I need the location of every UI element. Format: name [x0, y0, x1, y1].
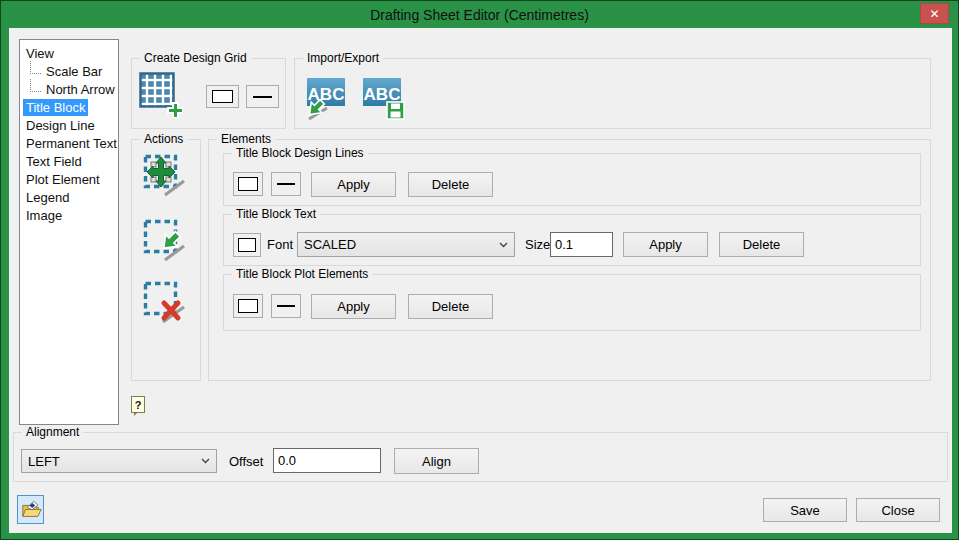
text-color-swatch-button[interactable] [233, 233, 261, 257]
open-folder-icon [20, 499, 42, 521]
tree-item-view[interactable]: View [20, 44, 118, 62]
dialog-body: ViewScale BarNorth ArrowTitle BlockDesig… [9, 28, 952, 533]
tree-item-design-line[interactable]: Design Line [20, 116, 118, 134]
font-select[interactable]: SCALED [297, 232, 515, 257]
save-button[interactable]: Save [763, 498, 847, 522]
tree-item-label: Legend [23, 189, 72, 206]
alignment-label: Alignment [22, 425, 83, 439]
help-icon: ? [135, 399, 142, 411]
close-button[interactable]: ✕ [920, 3, 949, 24]
title-block-text-label: Title Block Text [232, 207, 320, 221]
tree-item-legend[interactable]: Legend [20, 188, 118, 206]
tree-branch-line [30, 61, 41, 74]
line-style-icon [277, 183, 294, 185]
tree-item-label: Design Line [23, 117, 98, 134]
tree-item-title-block[interactable]: Title Block [20, 98, 118, 116]
move-arrows-icon [143, 154, 187, 198]
create-design-grid-button[interactable] [139, 72, 183, 118]
select-elements-button[interactable] [143, 219, 187, 263]
tree-item-image[interactable]: Image [20, 206, 118, 224]
tree-item-north-arrow[interactable]: North Arrow [20, 80, 118, 98]
align-button[interactable]: Align [394, 448, 479, 474]
font-label: Font [267, 237, 293, 252]
delete-elements-button[interactable] [143, 281, 187, 325]
actions-label: Actions [140, 132, 187, 146]
color-swatch [238, 238, 256, 252]
tree-branch-line [30, 79, 41, 92]
design-lines-color-swatch-button[interactable] [233, 172, 263, 196]
design-lines-delete-button[interactable]: Delete [408, 172, 493, 197]
chevron-down-icon [499, 242, 508, 248]
color-swatch [212, 90, 234, 103]
elements-label: Elements [217, 132, 275, 146]
grid-line-style-button[interactable] [246, 85, 279, 108]
grid-color-swatch-button[interactable] [206, 85, 239, 108]
plot-elements-delete-button[interactable]: Delete [408, 294, 493, 319]
svg-text:ABC: ABC [364, 85, 401, 104]
tree-item-permanent-text[interactable]: Permanent Text [20, 134, 118, 152]
size-input[interactable] [550, 232, 613, 257]
plot-elements-line-style-button[interactable] [271, 294, 301, 318]
title-bar[interactable]: Drafting Sheet Editor (Centimetres) ✕ [1, 1, 958, 28]
plot-elements-apply-button[interactable]: Apply [311, 294, 396, 319]
design-lines-apply-button[interactable]: Apply [311, 172, 396, 197]
text-delete-button[interactable]: Delete [719, 232, 804, 257]
design-lines-style-button[interactable] [271, 172, 301, 196]
tree-item-label: Title Block [23, 99, 88, 116]
move-elements-button[interactable] [143, 154, 187, 198]
title-block-design-lines-label: Title Block Design Lines [232, 146, 368, 160]
grid-plus-icon [139, 72, 183, 118]
title-block-plot-elements-label: Title Block Plot Elements [232, 267, 372, 281]
tree-item-label: Permanent Text [23, 135, 119, 152]
close-dialog-button[interactable]: Close [856, 498, 940, 522]
color-swatch [238, 299, 258, 313]
tree-item-label: North Arrow [43, 81, 118, 98]
font-select-value: SCALED [304, 237, 495, 252]
tree-item-plot-element[interactable]: Plot Element [20, 170, 118, 188]
line-style-icon [277, 305, 294, 307]
tree-item-label: View [23, 45, 57, 62]
open-folder-button[interactable] [17, 495, 44, 524]
create-design-grid-label: Create Design Grid [140, 51, 251, 65]
chevron-down-icon [201, 458, 210, 464]
alignment-select[interactable]: LEFT [21, 449, 217, 473]
tree-item-label: Image [23, 207, 65, 224]
export-text-styles-button[interactable]: ABC [361, 75, 407, 121]
offset-label: Offset [229, 454, 263, 469]
line-style-icon [253, 96, 272, 98]
size-label: Size [525, 237, 550, 252]
svg-text:ABC: ABC [308, 85, 345, 104]
import-export-label: Import/Export [303, 51, 383, 65]
import-text-styles-button[interactable]: ABC [301, 75, 347, 121]
offset-input[interactable] [273, 448, 381, 473]
text-apply-button[interactable]: Apply [623, 232, 708, 257]
tree-item-scale-bar[interactable]: Scale Bar [20, 62, 118, 80]
tree-item-text-field[interactable]: Text Field [20, 152, 118, 170]
abc-import-icon: ABC [301, 75, 347, 121]
delete-x-icon [143, 281, 187, 325]
help-button[interactable]: ? [131, 396, 145, 413]
alignment-select-value: LEFT [28, 454, 197, 469]
select-arrow-icon [143, 219, 187, 263]
window-title: Drafting Sheet Editor (Centimetres) [370, 7, 589, 23]
plot-elements-color-swatch-button[interactable] [233, 294, 263, 318]
abc-save-icon: ABC [361, 75, 407, 121]
color-swatch [238, 177, 258, 191]
drafting-sheet-editor-window: Drafting Sheet Editor (Centimetres) ✕ Vi… [0, 0, 959, 540]
tree-item-label: Scale Bar [43, 63, 105, 80]
close-icon: ✕ [929, 7, 939, 21]
tree-item-label: Plot Element [23, 171, 103, 188]
tree-item-label: Text Field [23, 153, 85, 170]
category-tree[interactable]: ViewScale BarNorth ArrowTitle BlockDesig… [19, 39, 119, 425]
